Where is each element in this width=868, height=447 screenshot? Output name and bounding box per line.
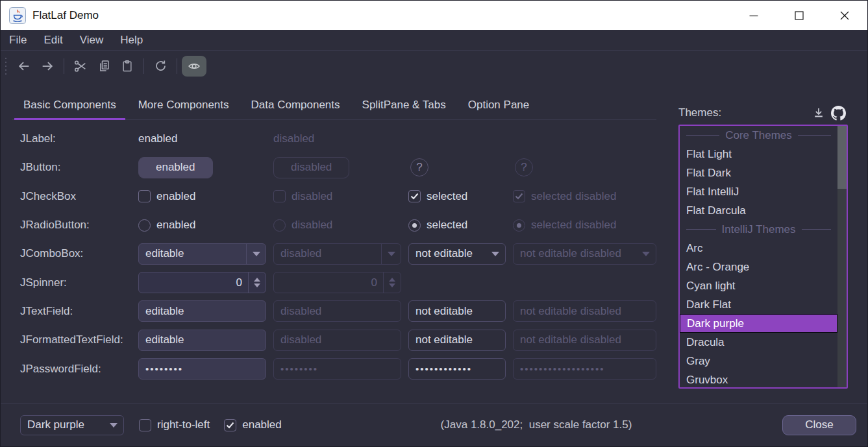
radio-icon[interactable] [138,219,151,232]
chevron-down-icon[interactable] [246,244,266,264]
forward-button[interactable] [36,56,59,77]
chevron-down-icon[interactable] [104,416,123,435]
scissors-icon [73,59,88,73]
textfield-not-editable[interactable] [408,300,506,322]
theme-item-arc[interactable]: Arc [680,239,837,258]
tab-more-components[interactable]: More Components [127,90,240,119]
radio-icon [273,219,286,232]
theme-item-flat-darcula[interactable]: Flat Darcula [680,201,837,220]
textfield-editable[interactable] [138,300,266,322]
textfield-not-editable-disabled [513,300,656,322]
checkbox-checked-icon [513,190,525,202]
checkbox-icon[interactable] [139,419,151,431]
copy-button[interactable] [92,56,116,77]
radio-selected-icon[interactable] [408,219,421,232]
refresh-button[interactable] [149,56,172,77]
theme-item-flat-intellij[interactable]: Flat IntelliJ [680,182,837,201]
bottom-bar: Dark purple right-to-left enabled (Java … [1,403,867,446]
download-icon [812,106,825,119]
row-label: JFormattedTextField: [20,333,131,346]
scrollbar-track[interactable] [837,126,847,387]
spinner-arrows-icon[interactable] [248,272,266,293]
theme-combobox[interactable]: Dark purple [20,415,124,435]
formattedfield-not-editable[interactable] [408,330,506,351]
minimize-button[interactable] [731,1,776,30]
combobox-disabled: disabled [273,243,401,265]
help-button[interactable]: ? [410,158,428,176]
tab-splitpane-tabs[interactable]: SplitPane & Tabs [351,90,457,119]
passwordfield-not-editable-disabled [513,358,656,380]
checkbox-icon[interactable] [138,190,151,202]
combobox-editable[interactable]: editable [138,243,266,265]
menu-file[interactable]: File [1,30,35,50]
checkbox-checked-icon[interactable] [408,190,421,202]
theme-item-arc-orange[interactable]: Arc - Orange [680,258,837,276]
themes-panel: Themes: Core Themes Flat Light Flat Dark… [678,103,848,389]
menu-help[interactable]: Help [112,30,151,50]
combobox-not-editable[interactable]: not editable [408,243,506,265]
theme-item-gruvbox[interactable]: Gruvbox [680,370,837,389]
title-bar: FlatLaf Demo [1,1,867,30]
tab-data-components[interactable]: Data Components [240,90,351,119]
spinner-enabled[interactable]: 0 [138,272,266,293]
enabled-button[interactable]: enabled [138,157,213,178]
rtl-checkbox[interactable]: right-to-left [139,418,210,431]
label-enabled: enabled [138,132,178,145]
back-arrow-icon [17,59,31,73]
checkbox-selected[interactable]: selected [408,190,506,203]
radio-selected-icon [513,219,525,232]
row-label: JPasswordField: [20,363,131,376]
back-button[interactable] [12,56,36,77]
download-button[interactable] [809,104,828,122]
passwordfield-editable[interactable] [138,358,266,380]
radio-selected[interactable]: selected [408,219,506,232]
main-content: Basic Components More Components Data Co… [1,90,867,413]
theme-item-dark-flat[interactable]: Dark Flat [680,295,837,314]
eye-icon [187,60,201,73]
row-label: JButton: [20,161,131,174]
tab-option-pane[interactable]: Option Pane [457,90,541,119]
cut-button[interactable] [69,56,92,77]
github-button[interactable] [828,104,848,122]
close-button[interactable] [822,1,867,30]
forward-arrow-icon [40,59,55,73]
tab-basic-components[interactable]: Basic Components [12,90,127,119]
spinner-arrows-icon [383,272,401,293]
menu-view[interactable]: View [71,30,112,50]
checkbox-enabled[interactable]: enabled [138,190,266,203]
theme-item-dracula[interactable]: Dracula [680,333,837,352]
passwordfield-not-editable[interactable] [408,358,506,380]
toolbar-grip[interactable] [5,58,6,75]
tab-strip: Basic Components More Components Data Co… [12,90,656,120]
checkbox-checked-icon[interactable] [224,419,236,431]
row-label: JLabel: [20,132,131,145]
close-dialog-button[interactable]: Close [782,415,856,435]
toolbar [1,51,867,81]
maximize-button[interactable] [776,1,822,30]
chevron-down-icon[interactable] [486,244,505,264]
combobox-not-editable-disabled: not editable disabled [513,243,656,265]
checkbox-icon [273,190,286,202]
passwordfield-disabled [273,358,401,380]
show-toggle-button[interactable] [182,56,206,77]
theme-item-gray[interactable]: Gray [680,352,837,370]
formattedfield-editable[interactable] [138,330,266,351]
theme-item-flat-dark[interactable]: Flat Dark [680,163,837,182]
formattedfield-disabled [273,330,401,351]
row-label: JTextField: [20,305,131,318]
enabled-checkbox[interactable]: enabled [224,418,282,431]
scrollbar-thumb[interactable] [837,126,847,189]
menu-edit[interactable]: Edit [35,30,71,50]
window-title: FlatLaf Demo [32,9,99,22]
theme-item-cyan-light[interactable]: Cyan light [680,276,837,295]
copy-icon [97,59,111,73]
java-app-icon [9,7,26,24]
theme-item-flat-light[interactable]: Flat Light [680,145,837,163]
theme-item-dark-purple[interactable]: Dark purple [680,314,837,333]
paste-button[interactable] [116,56,139,77]
radio-enabled[interactable]: enabled [138,219,266,232]
row-label: JCheckBox [20,190,131,203]
help-button-disabled: ? [515,158,533,176]
menu-bar: File Edit View Help [1,30,867,51]
paste-icon [121,59,134,73]
